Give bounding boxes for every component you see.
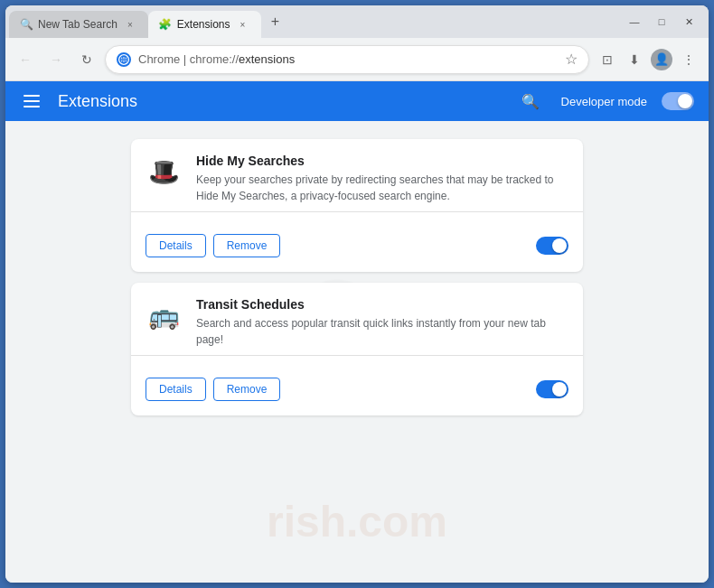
security-icon [117, 52, 131, 67]
bookmark-star-icon[interactable]: ☆ [565, 51, 578, 68]
extension-footer: Details Remove [146, 234, 568, 257]
browser-window: 🔍 New Tab Search × 🧩 Extensions × + — □ … [5, 5, 709, 583]
developer-mode-toggle[interactable] [662, 92, 694, 110]
tab-label: New Tab Search [38, 18, 117, 31]
search-tab-icon: 🔍 [20, 18, 33, 31]
details-button-1[interactable]: Details [146, 234, 206, 257]
url-host: extensions [239, 52, 295, 66]
extension-name: Hide My Searches [196, 154, 568, 168]
extension-footer-2: Details Remove [146, 378, 568, 401]
extension-card-header: 🎩 Hide My Searches Keep your searches pr… [146, 154, 568, 204]
extensions-page-title: Extensions [58, 92, 507, 111]
hamburger-line-1 [23, 95, 40, 97]
extension-description-2: Search and access popular transit quick … [196, 315, 568, 348]
extensions-search-icon[interactable]: 🔍 [521, 93, 540, 110]
menu-button[interactable]: ⋮ [676, 47, 701, 72]
tab-new-tab-search[interactable]: 🔍 New Tab Search × [9, 11, 148, 38]
extension-card-transit-schedules: 🚌 Transit Schedules Search and access po… [131, 283, 583, 415]
refresh-button[interactable]: ↻ [74, 47, 99, 72]
tab-extensions-label: Extensions [177, 18, 230, 31]
developer-mode-label: Developer mode [561, 95, 647, 108]
extension-info-2: Transit Schedules Search and access popu… [196, 297, 568, 348]
tab-extensions[interactable]: 🧩 Extensions × [148, 11, 261, 38]
url-display[interactable]: Chrome | chrome://extensions [138, 52, 558, 66]
screenshot-icon[interactable]: ⊡ [595, 47, 620, 72]
forward-button[interactable]: → [43, 47, 69, 72]
extension-icon-bus: 🚌 [146, 297, 182, 333]
extensions-header: Extensions 🔍 Developer mode [5, 81, 709, 121]
tab-close-button[interactable]: × [123, 17, 137, 32]
address-bar: ← → ↻ Chrome | chrome://extensions ☆ ⊡ ⬇… [5, 38, 709, 81]
card-bottom-2: Details Remove [146, 356, 568, 401]
hamburger-line-3 [23, 106, 40, 107]
extension-icon-hat: 🎩 [146, 154, 182, 190]
extension-description: Keep your searches private by redirectin… [196, 172, 568, 204]
title-bar: 🔍 New Tab Search × 🧩 Extensions × + — □ … [5, 5, 709, 38]
extension-name-2: Transit Schedules [196, 297, 568, 312]
tab-extensions-close-button[interactable]: × [236, 17, 250, 32]
extension-toggle-knob-1 [552, 238, 567, 253]
window-controls: — □ ✕ [618, 5, 705, 38]
back-button[interactable]: ← [13, 47, 38, 72]
hamburger-line-2 [23, 100, 40, 102]
extension-toggle-knob-2 [552, 382, 567, 397]
omnibox[interactable]: Chrome | chrome://extensions ☆ [105, 45, 589, 74]
extension-toggle-2[interactable] [536, 380, 568, 398]
download-icon[interactable]: ⬇ [622, 47, 647, 72]
avatar-icon: 👤 [651, 49, 672, 70]
new-tab-button[interactable]: + [263, 9, 288, 34]
extensions-tab-icon: 🧩 [159, 18, 172, 31]
remove-button-2[interactable]: Remove [213, 378, 281, 401]
extension-toggle-1[interactable] [536, 237, 568, 255]
hamburger-menu-button[interactable] [20, 91, 43, 111]
extensions-content: 🔍 rish.com 🎩 Hide My Searches Keep your … [5, 121, 709, 583]
extensions-list: 🎩 Hide My Searches Keep your searches pr… [131, 139, 583, 415]
details-button-2[interactable]: Details [146, 378, 206, 401]
tab-strip: 🔍 New Tab Search × 🧩 Extensions × + [9, 5, 618, 38]
url-scheme: Chrome | chrome:// [138, 52, 239, 66]
toolbar-icons: ⊡ ⬇ 👤 ⋮ [595, 47, 701, 72]
developer-mode-toggle-knob [678, 94, 692, 108]
close-button[interactable]: ✕ [676, 9, 701, 34]
card-bottom: Details Remove [146, 212, 568, 257]
watermark-text: rish.com [267, 497, 447, 546]
extension-info: Hide My Searches Keep your searches priv… [196, 154, 568, 204]
minimize-button[interactable]: — [622, 9, 647, 34]
extension-card-header-2: 🚌 Transit Schedules Search and access po… [146, 297, 568, 348]
extension-card-hide-my-searches: 🎩 Hide My Searches Keep your searches pr… [131, 139, 583, 272]
remove-button-1[interactable]: Remove [213, 234, 281, 257]
maximize-button[interactable]: □ [649, 9, 674, 34]
avatar-button[interactable]: 👤 [649, 47, 674, 72]
